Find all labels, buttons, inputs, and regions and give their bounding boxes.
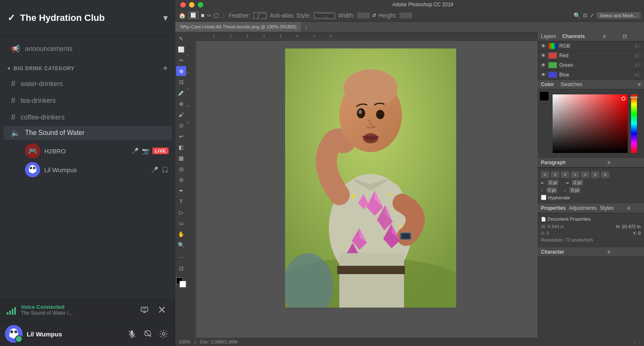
space-before-val[interactable]: 0 pt bbox=[546, 187, 557, 193]
hue-slider[interactable] bbox=[630, 97, 638, 98]
zoom-tool[interactable]: 🔍 bbox=[176, 240, 186, 250]
add-channel-icon[interactable]: + bbox=[163, 64, 168, 73]
expand-icon[interactable]: ⤢ bbox=[590, 13, 594, 18]
healing-tool[interactable]: ⊗ bbox=[176, 99, 186, 109]
select-mask-button[interactable]: Select and Mask... bbox=[596, 12, 641, 19]
clone-tool[interactable]: ⊙ bbox=[176, 120, 186, 130]
feather-value[interactable]: 0 px bbox=[253, 12, 267, 19]
color-gradient-box[interactable] bbox=[553, 94, 628, 153]
close-button[interactable] bbox=[180, 2, 186, 8]
shape-tool[interactable]: ▭ bbox=[176, 218, 186, 228]
channel-item-coffee-drinkers[interactable]: # coffee-drinkers bbox=[3, 109, 172, 125]
minimize-button[interactable] bbox=[189, 2, 194, 8]
channel-row-green[interactable]: 👁 Green ⌘4 bbox=[538, 61, 644, 70]
pen-tool[interactable]: ✒ bbox=[176, 186, 186, 196]
align-center-btn[interactable]: ≡ bbox=[551, 171, 559, 178]
swatches-tab[interactable]: Swatches bbox=[561, 81, 582, 87]
channel-row-red[interactable]: 👁 Red ⌘3 bbox=[538, 51, 644, 61]
red-visibility-icon[interactable]: 👁 bbox=[541, 53, 546, 59]
hand-tool[interactable]: ✋ bbox=[176, 229, 186, 239]
search-icon[interactable]: 🔍 bbox=[573, 12, 581, 19]
ps-document-tab[interactable]: Why-Cant-I-Hold-All-These-boosts.png @ 1… bbox=[175, 22, 302, 32]
path-selection-tool[interactable]: ▷ bbox=[176, 207, 186, 217]
channels-tab[interactable]: Channels bbox=[562, 33, 585, 39]
styles-tab[interactable]: Styles bbox=[600, 205, 614, 211]
justify-all-btn[interactable]: ≡ bbox=[581, 171, 589, 178]
rgb-visibility-icon[interactable]: 👁 bbox=[541, 43, 546, 49]
char-menu-icon[interactable]: ≡ bbox=[607, 249, 641, 255]
voice-member-h2bro[interactable]: 🎮 H2BRO 🎤 📷 LIVE bbox=[22, 142, 172, 160]
channel-item-water-drinkers[interactable]: # water-drinkers bbox=[3, 76, 172, 92]
green-visibility-icon[interactable]: 👁 bbox=[541, 62, 546, 68]
style-label: Style: bbox=[296, 12, 311, 19]
space-after-val[interactable]: 0 pt bbox=[569, 187, 580, 193]
height-input[interactable] bbox=[399, 13, 412, 18]
panel-menu-icon[interactable]: ≡ bbox=[603, 33, 621, 39]
para-menu-icon[interactable]: ≡ bbox=[607, 160, 641, 165]
magic-wand-tool[interactable]: ⊕ bbox=[176, 66, 186, 76]
lasso-tool[interactable]: ✂ bbox=[176, 55, 186, 65]
ps-home-icon[interactable]: 🏠 bbox=[179, 12, 186, 19]
deafen-button[interactable] bbox=[141, 327, 154, 341]
history-brush-tool[interactable]: ↩ bbox=[176, 131, 186, 141]
lil-wumpus-icons: 🎤 🎧 bbox=[151, 166, 169, 173]
swap-icon[interactable]: ⇄ bbox=[372, 13, 376, 18]
channel-row-rgb[interactable]: 👁 RGB ⌘2 bbox=[538, 41, 644, 51]
properties-tab[interactable]: Properties bbox=[541, 205, 566, 211]
voice-member-lil-wumpus[interactable]: Lil Wumpus 🎤 🎧 bbox=[22, 160, 172, 179]
justify-btn[interactable]: ≡ bbox=[571, 171, 579, 178]
server-header[interactable]: ✓ The Hydration Club ▾ bbox=[0, 0, 175, 36]
eyedropper-tool[interactable]: 💉 bbox=[176, 88, 186, 98]
adjustments-tab[interactable]: Adjustments bbox=[569, 205, 596, 211]
character-tab[interactable]: Character bbox=[541, 249, 574, 255]
align-left-btn[interactable]: ≡ bbox=[541, 171, 549, 178]
foreground-color[interactable] bbox=[176, 277, 186, 287]
maximize-button[interactable] bbox=[198, 2, 203, 8]
eraser-tool[interactable]: ◧ bbox=[176, 142, 186, 152]
dodge-tool[interactable]: ⊝ bbox=[176, 175, 186, 185]
color-tab[interactable]: Color bbox=[541, 81, 554, 87]
channel-row-blue[interactable]: 👁 Blue ⌘5 bbox=[538, 70, 644, 80]
screen-share-button[interactable] bbox=[138, 303, 151, 316]
mute-button[interactable] bbox=[125, 327, 139, 341]
server-dropdown-icon[interactable]: ▾ bbox=[163, 13, 168, 23]
ps-marquee-icon[interactable]: ⬜ bbox=[188, 12, 198, 19]
layers-tab[interactable]: Layers bbox=[541, 33, 559, 39]
crop-tool[interactable]: ⊡ bbox=[176, 77, 186, 87]
indent-right-val[interactable]: 0 pt bbox=[572, 180, 583, 186]
voice-channel-sound-of-water[interactable]: 🔈 The Sound of Water bbox=[3, 126, 172, 140]
ps-canvas-area[interactable]: 1 2 3 4 5 6 7 8 1 2 3 4 5 bbox=[187, 32, 538, 338]
blur-tool[interactable]: ◎ bbox=[176, 164, 186, 174]
style-select[interactable]: Normal bbox=[313, 12, 336, 19]
ps-document-canvas[interactable]: ✦ ✦ ✦ ✦ ✦ ✦ bbox=[285, 48, 456, 308]
resize-icon[interactable]: ⊡ bbox=[176, 263, 186, 273]
scroll-left-arrow[interactable]: ‹ bbox=[634, 340, 635, 344]
paragraph-tab[interactable]: Paragraph bbox=[541, 160, 574, 165]
color-menu-icon[interactable]: ≡ bbox=[638, 81, 641, 87]
marquee-tool[interactable]: ⬜ bbox=[176, 44, 186, 54]
foreground-color-swatch[interactable] bbox=[539, 91, 549, 101]
color-hue-strip[interactable] bbox=[631, 94, 637, 153]
type-tool[interactable]: T bbox=[176, 196, 186, 206]
tab-scroll-right[interactable]: › bbox=[302, 23, 311, 31]
settings-button[interactable] bbox=[157, 327, 170, 341]
disconnect-button[interactable] bbox=[155, 303, 169, 316]
gradient-tool[interactable]: ▦ bbox=[176, 153, 186, 163]
justify-last-right-btn[interactable]: ≡ bbox=[601, 171, 609, 178]
panel-flyout-icon[interactable]: ⊡ bbox=[623, 33, 641, 39]
align-right-btn[interactable]: ≡ bbox=[561, 171, 569, 178]
channel-item-tea-drinkers[interactable]: # tea-drinkers bbox=[3, 92, 172, 109]
width-input[interactable] bbox=[357, 13, 370, 18]
layout-icon[interactable]: ⊡ bbox=[583, 13, 587, 18]
scroll-right-arrow[interactable]: › bbox=[639, 340, 641, 344]
hyphenate-checkbox[interactable] bbox=[541, 195, 546, 200]
blue-visibility-icon[interactable]: 👁 bbox=[541, 72, 546, 78]
more-tools[interactable]: … bbox=[176, 251, 186, 261]
channel-item-announcements[interactable]: 📢 announcements bbox=[3, 41, 172, 57]
indent-left-val[interactable]: 0 pt bbox=[548, 180, 558, 186]
brush-tool[interactable]: 🖌 bbox=[176, 109, 186, 120]
ps-document[interactable]: ✦ ✦ ✦ ✦ ✦ ✦ bbox=[285, 48, 456, 308]
justify-last-left-btn[interactable]: ≡ bbox=[591, 171, 599, 178]
prop-menu-icon[interactable]: ≡ bbox=[627, 205, 641, 211]
move-tool[interactable]: ↖ bbox=[176, 33, 186, 43]
